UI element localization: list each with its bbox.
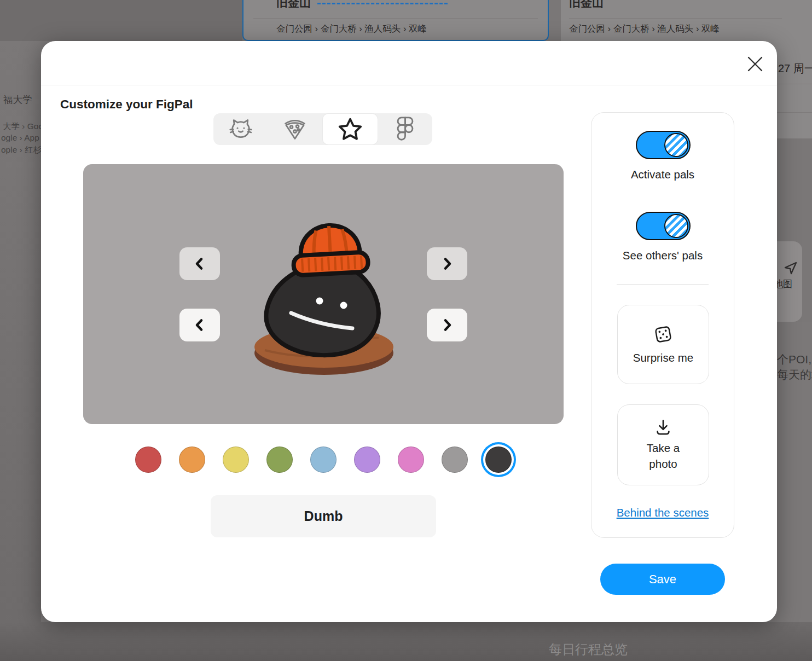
bg-topleft-area: [0, 0, 242, 41]
divider: [617, 284, 709, 285]
close-icon: [746, 55, 764, 73]
bg-daily-overview-label: 每日行程总览: [549, 641, 628, 658]
dice-icon: [653, 324, 674, 345]
figma-icon: [396, 116, 414, 142]
close-button[interactable]: [746, 55, 764, 73]
star-icon: [338, 117, 363, 142]
bg-right-area: 个POI, 每天的城: [777, 322, 812, 622]
color-swatch-3[interactable]: [266, 447, 293, 473]
tab-pizza[interactable]: [268, 113, 323, 145]
bg-date-label: 27 周一: [778, 61, 812, 76]
figpal-name-bar: Dumb: [211, 495, 436, 537]
modal-title: Customize your FigPal: [60, 97, 193, 112]
download-icon: [654, 418, 672, 437]
chevron-right-icon: [440, 257, 454, 271]
bg-poi-breadcrumb: 金门公园 › 金门大桥 › 渔人码头 › 双峰: [276, 23, 427, 35]
screen: 福大学 大学 › Goog ogle › App ople › 红杉 旧金山 金…: [0, 0, 812, 661]
color-swatches: [135, 447, 512, 473]
see-others-pals-toggle[interactable]: [636, 212, 691, 240]
chevron-left-icon: [193, 257, 207, 271]
chevron-left-icon: [193, 318, 207, 332]
dashed-selection-line: [317, 3, 448, 4]
tab-star[interactable]: [323, 114, 378, 144]
figpal-character-illustration: [236, 219, 411, 378]
bg-text-fragment: ople › 红杉: [1, 144, 42, 156]
divider: [41, 85, 777, 85]
color-swatch-2[interactable]: [223, 447, 249, 473]
bg-text-fragment: 福大学: [3, 93, 32, 106]
take-a-photo-label: Take a photo: [636, 440, 691, 472]
take-a-photo-button[interactable]: Take a photo: [617, 404, 709, 485]
bg-itinerary-card-selected: 旧金山 金门公园 › 金门大桥 › 渔人码头 › 双峰: [242, 0, 549, 41]
customize-figpal-modal: Customize your FigPal: [41, 41, 777, 622]
bg-city-title: 旧金山: [569, 0, 604, 10]
divider: [253, 18, 538, 19]
see-others-pals-label: See others' pals: [591, 249, 734, 262]
color-swatch-7[interactable]: [442, 447, 468, 473]
color-swatch-6[interactable]: [398, 447, 424, 473]
behind-the-scenes-link-wrap: Behind the scenes: [591, 506, 734, 519]
tab-cat[interactable]: [213, 113, 268, 145]
side-panel: Activate pals See others' pals: [591, 112, 734, 538]
save-button[interactable]: Save: [600, 564, 725, 595]
activate-pals-toggle[interactable]: [636, 131, 691, 159]
color-swatch-8[interactable]: [485, 447, 512, 473]
divider: [569, 18, 782, 19]
bg-poi-breadcrumb: 金门公园 › 金门大桥 › 渔人码头 › 双峰: [569, 23, 720, 35]
pizza-icon: [283, 117, 307, 141]
behind-the-scenes-link[interactable]: Behind the scenes: [617, 506, 709, 519]
prev-face-button[interactable]: [179, 309, 220, 341]
color-swatch-1[interactable]: [179, 447, 205, 473]
color-swatch-5[interactable]: [354, 447, 380, 473]
bg-text-fragment: ogle › App: [1, 133, 39, 143]
color-swatch-0[interactable]: [135, 447, 161, 473]
figpal-preview-panel: [83, 164, 564, 424]
prev-hat-button[interactable]: [179, 247, 220, 280]
toggle-handle: [664, 133, 688, 157]
bg-city-title: 旧金山: [276, 0, 311, 10]
navigation-arrow-icon: [783, 260, 798, 276]
bg-poi-text: 个POI, 每天的城: [777, 352, 812, 382]
cat-icon: [229, 117, 253, 141]
bg-bottom-bar: 每日行程总览: [0, 622, 812, 661]
next-face-button[interactable]: [427, 309, 467, 341]
chevron-right-icon: [440, 318, 454, 332]
surprise-me-label: Surprise me: [633, 350, 694, 366]
toggle-handle: [664, 214, 688, 238]
activate-pals-label: Activate pals: [591, 168, 734, 181]
color-swatch-4[interactable]: [310, 447, 337, 473]
tab-figma[interactable]: [378, 113, 433, 145]
surprise-me-button[interactable]: Surprise me: [617, 305, 709, 384]
next-hat-button[interactable]: [427, 247, 467, 280]
figpal-type-tabbar: [213, 113, 432, 145]
